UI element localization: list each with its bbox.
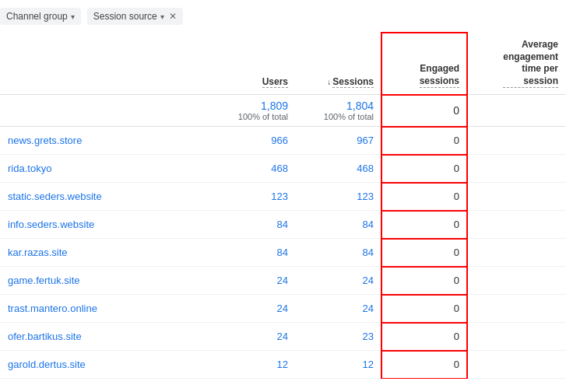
cell-sessions: 123 — [296, 183, 381, 211]
source-link[interactable]: news.grets.store — [8, 135, 82, 146]
users-header-label: Users — [262, 76, 288, 88]
cell-users: 24 — [218, 323, 296, 351]
cell-users: 966 — [218, 127, 296, 155]
cell-users: 24 — [218, 267, 296, 295]
cell-avg — [467, 183, 566, 211]
table-row: trast.mantero.online24240 — [0, 295, 566, 323]
cell-source: ofer.bartikus.site — [0, 323, 218, 351]
cell-avg — [467, 155, 566, 183]
table-row: garold.dertus.site12120 — [0, 351, 566, 379]
table-row: static.seders.website1231230 — [0, 183, 566, 211]
cell-avg — [467, 295, 566, 323]
engaged-header-label: Engaged sessions — [420, 63, 459, 88]
cell-sessions: 84 — [296, 239, 381, 267]
sort-icon-sessions: ↓ — [327, 78, 331, 86]
table-header-row: Users ↓Sessions Engaged sessions Average… — [0, 33, 566, 95]
session-source-label: Session source — [93, 11, 157, 22]
sessions-header-label: Sessions — [332, 76, 374, 88]
table-row: news.grets.store9669670 — [0, 127, 566, 155]
col-header-avg[interactable]: Average engagement time per session — [467, 33, 566, 95]
cell-source: trast.mantero.online — [0, 295, 218, 323]
totals-engaged-value: 0 — [453, 104, 459, 117]
col-header-sessions[interactable]: ↓Sessions — [296, 33, 381, 95]
cell-sessions: 23 — [296, 323, 381, 351]
cell-avg — [467, 211, 566, 239]
cell-engaged: 0 — [381, 211, 467, 239]
analytics-table: Channel group ▾ Session source ▾ ✕ Users… — [0, 0, 566, 379]
cell-users: 24 — [218, 295, 296, 323]
session-source-arrow: ▾ — [160, 12, 164, 21]
channel-group-label: Channel group — [6, 11, 68, 22]
source-link[interactable]: game.fertuk.site — [8, 275, 80, 286]
cell-users: 84 — [218, 211, 296, 239]
totals-users-cell: 1,809 100% of total — [218, 95, 296, 127]
cell-source: news.grets.store — [0, 127, 218, 155]
totals-avg-cell — [467, 95, 566, 127]
data-table: Users ↓Sessions Engaged sessions Average… — [0, 33, 566, 379]
cell-avg — [467, 323, 566, 351]
cell-source: rida.tokyo — [0, 155, 218, 183]
filter-bar: Channel group ▾ Session source ▾ ✕ — [0, 0, 566, 33]
source-link[interactable]: garold.dertus.site — [8, 359, 86, 370]
cell-engaged: 0 — [381, 127, 467, 155]
source-link[interactable]: static.seders.website — [8, 191, 102, 202]
totals-users-value: 1,809 — [226, 100, 288, 112]
cell-engaged: 0 — [381, 183, 467, 211]
table-row: rida.tokyo4684680 — [0, 155, 566, 183]
table-row: info.seders.website84840 — [0, 211, 566, 239]
col-header-engaged[interactable]: Engaged sessions — [381, 33, 467, 95]
cell-sessions: 12 — [296, 351, 381, 379]
table-row: game.fertuk.site24240 — [0, 267, 566, 295]
cell-engaged: 0 — [381, 155, 467, 183]
cell-sessions: 24 — [296, 295, 381, 323]
cell-sessions: 468 — [296, 155, 381, 183]
totals-users-pct: 100% of total — [226, 112, 288, 121]
cell-avg — [467, 127, 566, 155]
col-header-users[interactable]: Users — [218, 33, 296, 95]
session-source-close[interactable]: ✕ — [169, 11, 177, 22]
source-link[interactable]: kar.razas.site — [8, 247, 68, 258]
source-link[interactable]: ofer.bartikus.site — [8, 331, 82, 342]
cell-users: 84 — [218, 239, 296, 267]
cell-source: static.seders.website — [0, 183, 218, 211]
cell-sessions: 24 — [296, 267, 381, 295]
cell-engaged: 0 — [381, 239, 467, 267]
totals-sessions-value: 1,804 — [304, 100, 374, 112]
source-link[interactable]: trast.mantero.online — [8, 303, 97, 314]
table-row: kar.razas.site84840 — [0, 239, 566, 267]
cell-sessions: 967 — [296, 127, 381, 155]
cell-users: 12 — [218, 351, 296, 379]
cell-source: garold.dertus.site — [0, 351, 218, 379]
session-source-filter[interactable]: Session source ▾ ✕ — [87, 8, 183, 25]
cell-engaged: 0 — [381, 267, 467, 295]
cell-engaged: 0 — [381, 295, 467, 323]
totals-row: 1,809 100% of total 1,804 100% of total … — [0, 95, 566, 127]
cell-avg — [467, 351, 566, 379]
totals-source-cell — [0, 95, 218, 127]
cell-source: kar.razas.site — [0, 239, 218, 267]
cell-engaged: 0 — [381, 323, 467, 351]
source-link[interactable]: info.seders.website — [8, 219, 94, 230]
table-row: ofer.bartikus.site24230 — [0, 323, 566, 351]
cell-avg — [467, 239, 566, 267]
cell-sessions: 84 — [296, 211, 381, 239]
col-header-source — [0, 33, 218, 95]
totals-engaged-cell: 0 — [381, 95, 467, 127]
cell-avg — [467, 267, 566, 295]
channel-group-filter[interactable]: Channel group ▾ — [0, 8, 81, 25]
avg-header-label: Average engagement time per session — [503, 39, 558, 88]
source-link[interactable]: rida.tokyo — [8, 163, 51, 174]
cell-source: game.fertuk.site — [0, 267, 218, 295]
cell-source: info.seders.website — [0, 211, 218, 239]
cell-users: 468 — [218, 155, 296, 183]
totals-sessions-pct: 100% of total — [304, 112, 374, 121]
cell-users: 123 — [218, 183, 296, 211]
totals-sessions-cell: 1,804 100% of total — [296, 95, 381, 127]
cell-engaged: 0 — [381, 351, 467, 379]
channel-group-arrow: ▾ — [71, 12, 75, 21]
